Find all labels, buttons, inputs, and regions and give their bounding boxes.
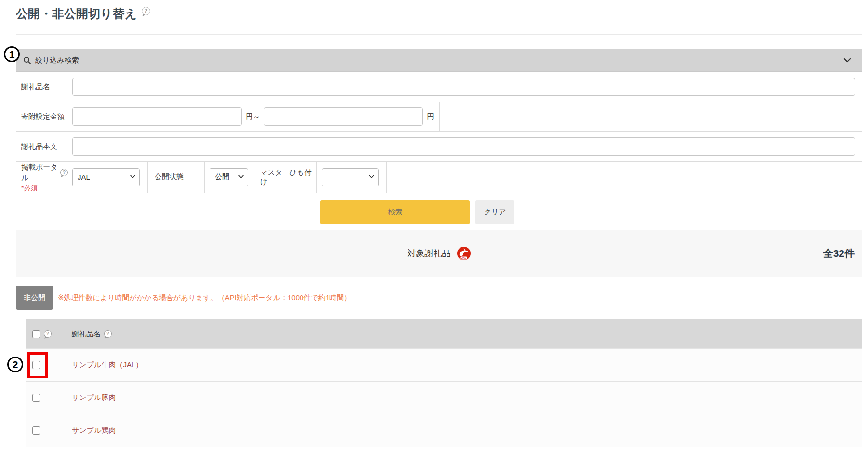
annotation-step-1: 1 [4, 46, 20, 62]
gift-name-label: 謝礼品名 [16, 72, 68, 102]
results-table: ? 謝礼品名 ? サンプル牛肉（JAL） サンプル豚肉 [26, 319, 862, 447]
publish-state-select[interactable]: 公開 [210, 168, 248, 186]
chevron-down-icon[interactable] [843, 58, 851, 63]
svg-text:JAL: JAL [461, 256, 467, 259]
clear-button[interactable]: クリア [475, 200, 514, 224]
search-button[interactable]: 検索 [320, 200, 470, 224]
gift-name-column-header: 謝礼品名 [72, 330, 101, 339]
chevron-down-icon [238, 174, 244, 179]
row-checkbox[interactable] [32, 426, 40, 435]
filter-header[interactable]: 絞り込み検索 [16, 49, 862, 72]
yen-from-label: 円～ [246, 112, 260, 121]
total-count: 全32件 [823, 230, 855, 277]
table-row: サンプル鶏肉 [26, 414, 862, 447]
row-checkbox[interactable] [32, 394, 40, 402]
table-row: サンプル牛肉（JAL） [26, 348, 862, 381]
donation-amount-max-input[interactable] [264, 107, 423, 126]
required-note: *必須 [21, 183, 68, 193]
master-link-label: マスターひも付け [254, 162, 317, 193]
gift-body-label: 謝礼品本文 [16, 132, 68, 161]
search-icon [23, 56, 31, 65]
donation-amount-label: 寄附設定金額 [16, 102, 68, 131]
unpublish-button[interactable]: 非公開 [16, 286, 53, 310]
annotation-step-2: 2 [7, 357, 23, 372]
donation-amount-cell: 円～ 円 [68, 102, 440, 131]
select-all-help-icon[interactable]: ? [44, 330, 52, 338]
chevron-down-icon [368, 174, 375, 179]
jal-logo-icon: JAL [457, 246, 471, 261]
portal-select[interactable]: JAL [72, 168, 140, 186]
summary-band: 対象謝礼品 JAL 全32件 [16, 230, 862, 277]
page-title: 公開・非公開切り替え ? [16, 6, 150, 22]
gift-name-link[interactable]: サンプル牛肉（JAL） [72, 360, 143, 370]
portal-help-icon[interactable]: ? [60, 169, 68, 176]
target-gifts-label: 対象謝礼品 [408, 248, 451, 259]
filter-row-donation-amount: 寄附設定金額 円～ 円 [16, 102, 862, 132]
portal-label: 掲載ポータル ? *必須 [16, 162, 68, 193]
select-all-checkbox[interactable] [32, 330, 40, 338]
page: 公開・非公開切り替え ? 1 絞り込み検索 謝礼品名 [0, 0, 868, 451]
gift-name-input[interactable] [72, 78, 855, 96]
filter-row-gift-name: 謝礼品名 [16, 72, 862, 102]
bulk-warning-text: ※処理件数により時間がかかる場合があります。（API対応ポータル：1000件で約… [58, 286, 351, 310]
yen-label: 円 [427, 112, 434, 121]
gift-name-link[interactable]: サンプル豚肉 [72, 393, 116, 402]
page-title-text: 公開・非公開切り替え [16, 6, 137, 22]
master-link-select[interactable] [322, 168, 379, 186]
filter-row-gift-body: 謝礼品本文 [16, 132, 862, 162]
title-divider [16, 34, 862, 35]
donation-amount-min-input[interactable] [72, 107, 242, 126]
filter-header-label: 絞り込み検索 [35, 56, 79, 65]
gift-name-link[interactable]: サンプル鶏肉 [72, 426, 116, 435]
gift-body-input[interactable] [72, 137, 855, 156]
chevron-down-icon [130, 174, 136, 179]
filter-row-portal: 掲載ポータル ? *必須 JAL 公開状態 [16, 162, 862, 193]
gift-name-column-help-icon[interactable]: ? [104, 330, 112, 338]
title-help-icon[interactable]: ? [142, 7, 150, 15]
table-header-row: ? 謝礼品名 ? [26, 319, 862, 348]
table-row: サンプル豚肉 [26, 381, 862, 414]
filter-buttons-row: 検索 クリア [0, 193, 840, 232]
row-checkbox[interactable] [32, 361, 40, 369]
publish-state-label: 公開状態 [148, 162, 205, 193]
filter-panel: 絞り込み検索 謝礼品名 寄附設定金額 円～ [16, 49, 862, 232]
